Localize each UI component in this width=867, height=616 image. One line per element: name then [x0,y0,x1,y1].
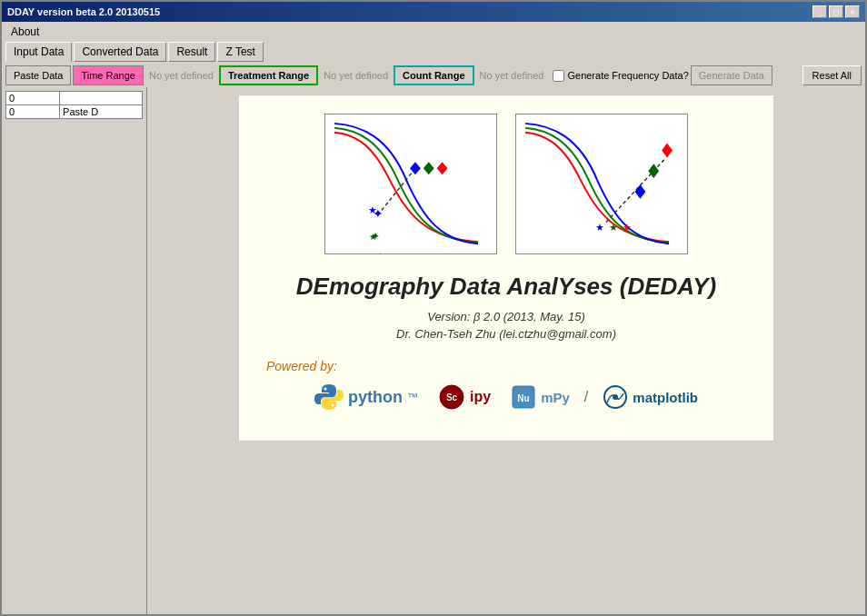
splash-card: ✦ ✦ ✦ ★ ★ ★ [238,94,774,442]
curve-box-left: ✦ ✦ ✦ ★ ★ ★ [324,114,497,254]
time-range-button[interactable]: Time Range [73,65,144,85]
no-yet-defined-3: No yet defined [476,70,548,81]
author-line: Dr. Chen-Tseh Zhu (lei.ctzhu@gmail.com) [396,327,616,341]
python-logo: python ™ [309,381,424,413]
svg-marker-1 [410,162,421,174]
svg-text:★: ★ [595,222,604,233]
table-row: 0 Paste D [6,105,143,119]
curves-row: ✦ ✦ ✦ ★ ★ ★ [324,114,688,254]
tab-input-data[interactable]: Input Data [5,42,72,62]
secondary-toolbar: Paste Data Time Range No yet defined Tre… [2,64,865,87]
title-bar: DDAY version beta 2.0 20130515 _ □ × [2,2,865,22]
count-range-button[interactable]: Count Range [394,65,473,85]
svg-text:★: ★ [369,232,377,242]
matplotlib-logo: matplotlib [597,381,703,413]
svg-point-22 [613,394,618,400]
svg-text:Nu: Nu [517,393,529,403]
powered-by-label: Powered by: [266,359,337,373]
menu-bar: About [2,22,865,40]
scipy-logo: Sc ipy [433,381,496,413]
generate-freq-label: Generate Frequency Data? [553,70,688,82]
tab-result[interactable]: Result [168,42,215,62]
close-button[interactable]: × [845,5,860,18]
content-area: ✦ ✦ ✦ ★ ★ ★ [147,87,865,614]
maximize-button[interactable]: □ [829,5,843,18]
separator: / [584,389,588,405]
svg-marker-11 [662,144,673,158]
paste-data-button[interactable]: Paste Data [5,65,71,85]
tab-z-test[interactable]: Z Test [217,42,263,62]
main-window: DDAY version beta 2.0 20130515 _ □ × Abo… [0,0,867,616]
numpy-text: mPy [541,390,570,405]
left-panel: 0 0 Paste D [2,87,147,614]
generate-data-button[interactable]: Generate Data [691,65,772,85]
reset-all-button[interactable]: Reset All [802,65,862,85]
app-title: DEmography Data AnalYses (DEDAY) [296,273,716,301]
table-cell: Paste D [60,105,143,119]
version-line: Version: β 2.0 (2013, May. 15) [427,310,585,323]
generate-freq-checkbox[interactable] [553,70,564,82]
window-controls: _ □ × [812,5,860,18]
python-text: python [348,388,403,407]
table-cell: 0 [6,105,60,119]
data-table: 0 0 Paste D [5,91,143,119]
main-toolbar: Input Data Converted Data Result Z Test [2,40,865,64]
svg-text:Sc: Sc [446,392,458,402]
no-yet-defined-1: No yet defined [145,70,217,81]
table-cell: 0 [6,92,60,105]
logos-row: python ™ Sc ipy [309,381,703,413]
numpy-logo: Nu mPy [505,381,575,413]
minimize-button[interactable]: _ [812,5,827,18]
window-title: DDAY version beta 2.0 20130515 [7,6,160,17]
svg-marker-13 [635,184,646,199]
svg-line-0 [379,168,414,213]
curve-box-right: ★ ★ ★ [515,114,688,254]
menu-about[interactable]: About [5,24,45,40]
svg-text:✦: ✦ [375,250,384,253]
matplotlib-text: matplotlib [633,390,698,405]
svg-text:★: ★ [609,222,618,233]
treatment-range-button[interactable]: Treatment Range [219,65,318,85]
table-cell [60,92,143,105]
svg-marker-2 [424,162,434,174]
main-area: 0 0 Paste D [2,87,865,614]
no-yet-defined-2: No yet defined [320,70,392,81]
table-row: 0 [6,92,143,105]
svg-text:★: ★ [368,204,377,215]
scipy-text: ipy [470,389,491,405]
tab-converted-data[interactable]: Converted Data [74,42,166,62]
svg-text:★: ★ [623,222,632,233]
svg-marker-3 [437,162,448,174]
